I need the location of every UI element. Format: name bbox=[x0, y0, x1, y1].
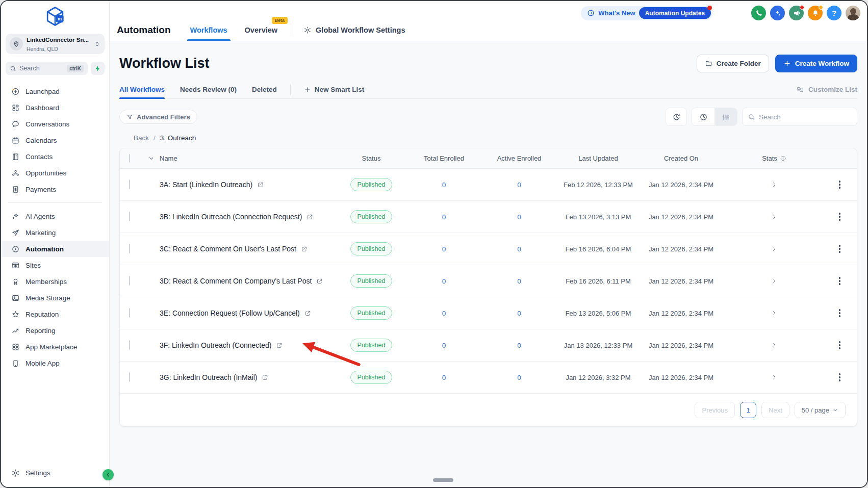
active-enrolled-value[interactable]: 0 bbox=[478, 310, 560, 317]
active-enrolled-value[interactable]: 0 bbox=[478, 342, 560, 349]
total-enrolled-value[interactable]: 0 bbox=[410, 374, 478, 381]
sidebar-item-reporting[interactable]: Reporting bbox=[1, 322, 109, 339]
workflow-name-cell[interactable]: 3B: LinkedIn Outreach (Connection Reques… bbox=[160, 213, 333, 221]
workflow-name-cell[interactable]: 3C: React & Comment On User's Last Post bbox=[160, 245, 333, 253]
row-checkbox[interactable] bbox=[129, 276, 130, 286]
sidebar-item-conversations[interactable]: Conversations bbox=[1, 116, 109, 132]
sidebar-collapse-button[interactable] bbox=[103, 469, 114, 480]
sidebar-item-ai-agents[interactable]: AI Agents bbox=[1, 208, 109, 224]
workflow-name[interactable]: 3D: React & Comment On Company's Last Po… bbox=[160, 277, 312, 285]
stats-expand-chevron[interactable] bbox=[771, 310, 778, 317]
column-header-name[interactable]: Name bbox=[160, 155, 333, 162]
column-header-stats[interactable]: Stats bbox=[726, 155, 823, 162]
sidebar-item-memberships[interactable]: Memberships bbox=[1, 273, 109, 290]
tab-needs-review[interactable]: Needs Review (0) bbox=[180, 81, 237, 98]
total-enrolled-value[interactable]: 0 bbox=[410, 245, 478, 253]
table-row[interactable]: 3D: React & Comment On Company's Last Po… bbox=[120, 265, 857, 297]
row-checkbox[interactable] bbox=[129, 308, 130, 318]
column-header-active-enrolled[interactable]: Active Enrolled bbox=[478, 155, 560, 162]
row-checkbox[interactable] bbox=[129, 372, 130, 382]
workflow-name[interactable]: 3A: Start (LinkedIn Outreach) bbox=[160, 181, 252, 189]
advanced-filters-button[interactable]: Advanced Filters bbox=[119, 110, 197, 124]
table-row[interactable]: 3F: LinkedIn Outreach (Connected)Publish… bbox=[120, 329, 857, 362]
table-row[interactable]: 3G: LinkedIn Outreach (InMail)Published0… bbox=[120, 362, 857, 394]
workflow-name-cell[interactable]: 3G: LinkedIn Outreach (InMail) bbox=[160, 373, 333, 381]
total-enrolled-value[interactable]: 0 bbox=[410, 181, 478, 189]
column-header-total-enrolled[interactable]: Total Enrolled bbox=[410, 155, 478, 162]
previous-page-button[interactable]: Previous bbox=[695, 402, 735, 418]
active-enrolled-value[interactable]: 0 bbox=[478, 181, 560, 189]
announcements-button[interactable] bbox=[789, 6, 804, 20]
external-link-icon[interactable] bbox=[257, 182, 264, 188]
stats-expand-chevron[interactable] bbox=[771, 213, 778, 220]
table-row[interactable]: 3B: LinkedIn Outreach (Connection Reques… bbox=[120, 201, 857, 233]
row-menu-kebab[interactable] bbox=[836, 242, 844, 256]
global-workflow-settings-link[interactable]: Global Workflow Settings bbox=[303, 26, 405, 34]
external-link-icon[interactable] bbox=[262, 374, 268, 381]
workflow-name-cell[interactable]: 3E: Connection Request (Follow Up/Cancel… bbox=[160, 309, 333, 317]
quick-actions-button[interactable] bbox=[91, 62, 105, 75]
row-checkbox[interactable] bbox=[129, 212, 130, 221]
table-row[interactable]: 3A: Start (LinkedIn Outreach)Published00… bbox=[120, 169, 857, 201]
new-smart-list-button[interactable]: New Smart List bbox=[304, 81, 365, 98]
external-link-icon[interactable] bbox=[304, 310, 311, 317]
current-page-button[interactable]: 1 bbox=[740, 402, 756, 418]
automation-updates-button[interactable]: Automation Updates bbox=[639, 7, 711, 19]
column-header-status[interactable]: Status bbox=[333, 155, 410, 162]
sidebar-item-automation[interactable]: Automation bbox=[1, 241, 109, 257]
column-header-last-updated[interactable]: Last Updated bbox=[560, 155, 636, 162]
total-enrolled-value[interactable]: 0 bbox=[410, 342, 478, 349]
notifications-button[interactable] bbox=[808, 6, 823, 20]
ai-assistant-button[interactable] bbox=[770, 6, 785, 20]
workflow-name[interactable]: 3E: Connection Request (Follow Up/Cancel… bbox=[160, 309, 300, 317]
tab-all-workflows[interactable]: All Workflows bbox=[119, 81, 165, 98]
recent-view-segment[interactable] bbox=[692, 108, 714, 125]
help-button[interactable]: ? bbox=[827, 6, 841, 20]
create-folder-button[interactable]: Create Folder bbox=[697, 55, 769, 72]
breadcrumb-back[interactable]: Back bbox=[134, 134, 149, 142]
phone-button[interactable] bbox=[751, 6, 766, 20]
sidebar-item-dashboard[interactable]: Dashboard bbox=[1, 99, 109, 116]
sidebar-item-reputation[interactable]: Reputation bbox=[1, 306, 109, 322]
table-row[interactable]: 3E: Connection Request (Follow Up/Cancel… bbox=[120, 297, 857, 329]
horizontal-scrollbar-thumb[interactable] bbox=[433, 478, 453, 482]
row-menu-kebab[interactable] bbox=[836, 177, 844, 192]
tab-workflows[interactable]: Workflows bbox=[190, 19, 227, 41]
next-page-button[interactable]: Next bbox=[761, 402, 789, 418]
workflow-name-cell[interactable]: 3F: LinkedIn Outreach (Connected) bbox=[160, 341, 333, 349]
stats-expand-chevron[interactable] bbox=[771, 342, 778, 349]
row-menu-kebab[interactable] bbox=[836, 338, 844, 352]
sidebar-item-marketing[interactable]: Marketing bbox=[1, 224, 109, 241]
row-menu-kebab[interactable] bbox=[836, 274, 844, 288]
column-header-created-on[interactable]: Created On bbox=[636, 155, 726, 162]
list-view-segment[interactable] bbox=[714, 108, 737, 125]
sidebar-item-sites[interactable]: Sites bbox=[1, 257, 109, 273]
user-avatar[interactable] bbox=[846, 6, 860, 20]
history-button[interactable] bbox=[666, 108, 687, 126]
row-checkbox[interactable] bbox=[129, 179, 130, 189]
stats-expand-chevron[interactable] bbox=[771, 245, 778, 252]
sidebar-item-mobile-app[interactable]: Mobile App bbox=[1, 355, 109, 371]
whats-new-pill[interactable]: What's New Automation Updates bbox=[581, 6, 712, 20]
external-link-icon[interactable] bbox=[307, 214, 313, 220]
active-enrolled-value[interactable]: 0 bbox=[478, 213, 560, 221]
row-menu-kebab[interactable] bbox=[836, 306, 844, 320]
sidebar-item-media-storage[interactable]: Media Storage bbox=[1, 290, 109, 306]
workflow-name[interactable]: 3G: LinkedIn Outreach (InMail) bbox=[160, 373, 257, 381]
active-enrolled-value[interactable]: 0 bbox=[478, 374, 560, 381]
total-enrolled-value[interactable]: 0 bbox=[410, 310, 478, 317]
workflow-name[interactable]: 3C: React & Comment On User's Last Post bbox=[160, 245, 296, 253]
stats-expand-chevron[interactable] bbox=[771, 374, 778, 381]
account-switcher[interactable]: LinkedConnector Sn... Hendra, QLD bbox=[6, 34, 105, 54]
create-workflow-button[interactable]: Create Workflow bbox=[775, 55, 857, 72]
sidebar-search-input[interactable]: Search ctrlK bbox=[6, 62, 88, 75]
sidebar-item-contacts[interactable]: Contacts bbox=[1, 148, 109, 165]
select-all-checkbox[interactable] bbox=[129, 154, 130, 163]
expand-all-chevron[interactable] bbox=[142, 155, 160, 162]
page-size-select[interactable]: 50 / page bbox=[795, 402, 846, 418]
sidebar-item-launchpad[interactable]: Launchpad bbox=[1, 83, 109, 99]
external-link-icon[interactable] bbox=[301, 246, 308, 252]
sidebar-item-settings[interactable]: Settings bbox=[1, 465, 109, 481]
app-logo[interactable]: in bbox=[1, 1, 109, 32]
sidebar-item-opportunities[interactable]: Opportunities bbox=[1, 165, 109, 181]
